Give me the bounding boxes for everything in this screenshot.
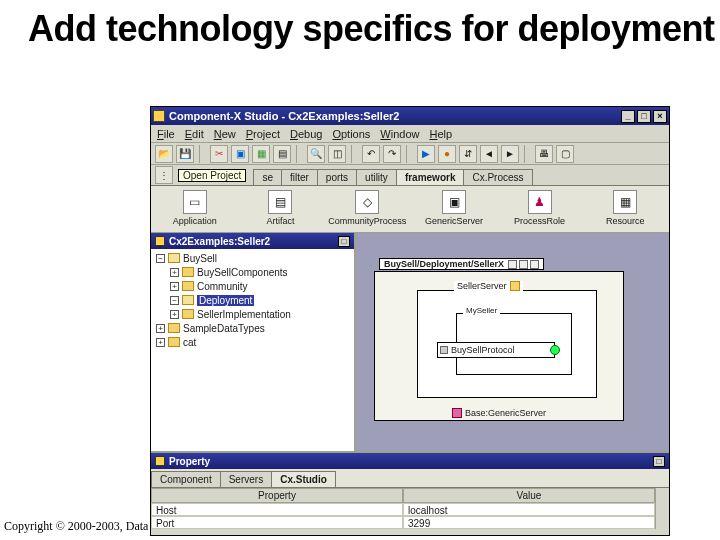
minimize-button[interactable]: _	[621, 110, 635, 123]
menu-edit[interactable]: Edit	[185, 128, 204, 140]
menu-project[interactable]: Project	[246, 128, 280, 140]
palette: ⋮ Open Project se filter ports utility f…	[151, 165, 669, 233]
debug-button[interactable]: ●	[438, 145, 456, 163]
tree-node-sampledatatypes[interactable]: + SampleDataTypes	[153, 321, 352, 335]
palette-handle-icon[interactable]: ⋮	[155, 166, 173, 184]
expander-icon[interactable]: +	[170, 282, 179, 291]
palette-item-processrole[interactable]: ♟ ProcessRole	[502, 190, 578, 226]
grid-button[interactable]: ▦	[252, 145, 270, 163]
tree-node-sellerimpl[interactable]: + SellerImplementation	[153, 307, 352, 321]
redo-button[interactable]: ↷	[383, 145, 401, 163]
expander-icon[interactable]: −	[156, 254, 165, 263]
tree-node-buysellcomponents[interactable]: + BuySellComponents	[153, 265, 352, 279]
menu-new[interactable]: New	[214, 128, 236, 140]
align-button[interactable]: ▤	[273, 145, 291, 163]
menu-window[interactable]: Window	[380, 128, 419, 140]
diagram-canvas[interactable]: BuySell/Deployment/SellerX SellerServer …	[356, 233, 669, 451]
tree-node-cat[interactable]: + cat	[153, 335, 352, 349]
palette-tab-ports[interactable]: ports	[317, 169, 357, 185]
diagram-tool-icon[interactable]	[519, 260, 528, 269]
application-icon: ▭	[183, 190, 207, 214]
close-button[interactable]: ×	[653, 110, 667, 123]
palette-tab-filter[interactable]: filter	[281, 169, 318, 185]
palette-item-communityprocess[interactable]: ◇ CommunityProcess	[328, 190, 406, 226]
property-scrollbar[interactable]	[655, 488, 669, 529]
palette-item-artifact[interactable]: ▤ Artifact	[243, 190, 319, 226]
undo-button[interactable]: ↶	[362, 145, 380, 163]
tooltip-open-project: Open Project	[178, 169, 246, 182]
tree-label: BuySell	[183, 253, 217, 264]
toolbar-main: 📂 💾 ✂ ▣ ▦ ▤ 🔍 ◫ ↶ ↷ ▶ ● ⇵ ◄ ► 🖶 ▢	[151, 143, 669, 165]
property-tab-component[interactable]: Component	[151, 471, 221, 487]
base-class-label: Base:GenericServer	[452, 408, 546, 418]
menu-file[interactable]: File	[157, 128, 175, 140]
menu-options[interactable]: Options	[332, 128, 370, 140]
maximize-button[interactable]: □	[637, 110, 651, 123]
folder-icon	[168, 323, 180, 333]
nav-left-button[interactable]: ◄	[480, 145, 498, 163]
expander-icon[interactable]: +	[156, 324, 165, 333]
diagram-tool-icon[interactable]	[530, 260, 539, 269]
palette-item-genericserver[interactable]: ▣ GenericServer	[416, 190, 492, 226]
expander-icon[interactable]: +	[156, 338, 165, 347]
tree-node-community[interactable]: + Community	[153, 279, 352, 293]
palette-item-label: ProcessRole	[514, 216, 565, 226]
property-titlebar[interactable]: Property □	[151, 453, 669, 469]
project-tree[interactable]: − BuySell + BuySellComponents + Communit…	[151, 249, 354, 451]
box-button[interactable]: ▢	[556, 145, 574, 163]
palette-item-label: CommunityProcess	[328, 216, 406, 226]
palette-tab-utility[interactable]: utility	[356, 169, 397, 185]
property-grid[interactable]: Property Value Host localhost Port 3299	[151, 488, 655, 529]
menubar[interactable]: File Edit New Project Debug Options Wind…	[151, 125, 669, 143]
run-button[interactable]: ▶	[417, 145, 435, 163]
palette-tab-se[interactable]: se	[253, 169, 282, 185]
tree-label: BuySellComponents	[197, 267, 288, 278]
fit-button[interactable]: ◫	[328, 145, 346, 163]
palette-item-label: Application	[173, 216, 217, 226]
zoom-button[interactable]: 🔍	[307, 145, 325, 163]
property-value-cell[interactable]: 3299	[403, 516, 655, 529]
palette-item-application[interactable]: ▭ Application	[157, 190, 233, 226]
property-icon	[155, 456, 165, 466]
property-name-cell[interactable]: Port	[151, 516, 403, 529]
navigator-titlebar[interactable]: Cx2Examples:Seller2 □	[151, 233, 354, 249]
property-max-button[interactable]: □	[653, 456, 665, 467]
connector-handle[interactable]	[550, 345, 560, 355]
server-node[interactable]: SellerServer MySeller BuySellProtocol	[417, 290, 597, 398]
cut-button[interactable]: ✂	[210, 145, 228, 163]
component-node-label: MySeller	[463, 306, 500, 315]
titlebar[interactable]: Component-X Studio - Cx2Examples:Seller2…	[151, 107, 669, 125]
expander-icon[interactable]: +	[170, 310, 179, 319]
property-col-header[interactable]: Property	[151, 488, 403, 503]
diagram-path-label[interactable]: BuySell/Deployment/SellerX	[379, 258, 544, 270]
expander-icon[interactable]: +	[170, 268, 179, 277]
genericserver-icon: ▣	[442, 190, 466, 214]
hierarchy-button[interactable]: ⇵	[459, 145, 477, 163]
property-tab-cxstudio[interactable]: Cx.Studio	[271, 471, 336, 487]
palette-item-resource[interactable]: ▦ Resource	[587, 190, 663, 226]
communityprocess-icon: ◇	[355, 190, 379, 214]
palette-tab-cxprocess[interactable]: Cx.Process	[463, 169, 532, 185]
property-tab-servers[interactable]: Servers	[220, 471, 272, 487]
expander-icon[interactable]: −	[170, 296, 179, 305]
tree-node-deployment[interactable]: − Deployment	[153, 293, 352, 307]
save-button[interactable]: 💾	[176, 145, 194, 163]
paint-button[interactable]: ▣	[231, 145, 249, 163]
menu-help[interactable]: Help	[429, 128, 452, 140]
diagram-path-text: BuySell/Deployment/SellerX	[384, 259, 504, 269]
nav-right-button[interactable]: ►	[501, 145, 519, 163]
diagram-frame[interactable]: BuySell/Deployment/SellerX SellerServer …	[374, 271, 624, 421]
tree-label: SellerImplementation	[197, 309, 291, 320]
palette-tab-framework[interactable]: framework	[396, 169, 465, 185]
open-button[interactable]: 📂	[155, 145, 173, 163]
protocol-port[interactable]: BuySellProtocol	[437, 342, 555, 358]
navigator-max-button[interactable]: □	[338, 236, 350, 247]
value-col-header[interactable]: Value	[403, 488, 655, 503]
property-value-cell[interactable]: localhost	[403, 503, 655, 516]
component-node[interactable]: MySeller BuySellProtocol	[456, 313, 572, 375]
print-button[interactable]: 🖶	[535, 145, 553, 163]
property-name-cell[interactable]: Host	[151, 503, 403, 516]
diagram-tool-icon[interactable]	[508, 260, 517, 269]
tree-node-buysell[interactable]: − BuySell	[153, 251, 352, 265]
menu-debug[interactable]: Debug	[290, 128, 322, 140]
